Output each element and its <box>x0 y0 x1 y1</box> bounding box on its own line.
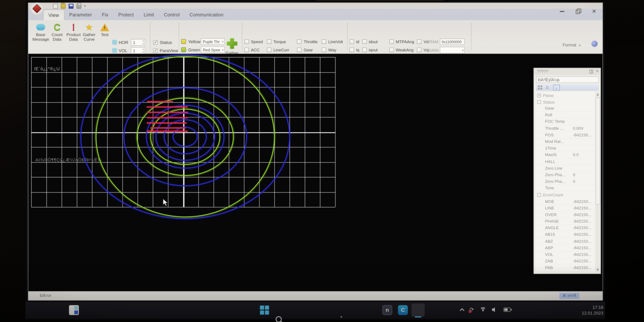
tree-item[interactable]: MOE -842150... <box>536 198 599 205</box>
download-arrow-icon[interactable]: ↓ <box>553 85 560 90</box>
minimize-button[interactable] <box>559 9 564 14</box>
battery-icon[interactable] <box>504 308 510 312</box>
expander-icon[interactable]: - <box>537 100 541 104</box>
product-data-button[interactable]: ! Product Data <box>65 22 82 42</box>
app-logo-icon[interactable] <box>31 2 43 15</box>
checkbox[interactable] <box>322 39 326 44</box>
count-data-button[interactable]: C Count Data <box>49 22 65 42</box>
expand-checkbox-item[interactable]: MTPAAng <box>389 39 414 44</box>
ram-address-input[interactable]: 0x11000000 <box>440 38 464 45</box>
count-checkbox-item[interactable]: Gear <box>297 47 318 52</box>
ribbon-tab[interactable]: Control <box>159 10 185 20</box>
close-button[interactable]: ✕ <box>591 9 597 14</box>
gain-select[interactable] <box>440 47 465 53</box>
gather-button[interactable]: Gather <box>224 38 240 56</box>
count-checkbox-item[interactable]: LineVolt <box>322 39 346 44</box>
tree-item[interactable]: ABP -842150... <box>536 245 599 252</box>
tree-item[interactable]: Mod Rat... <box>536 138 599 145</box>
checkbox[interactable] <box>362 39 366 44</box>
scope-plot[interactable]: IE`ò¿¡°®¿U AI¾©Ò¶¶Çÿ¿Æ¼¼ÓÐÏÞ¹«Ë¾ <box>29 54 530 291</box>
tray-chevron-up-icon[interactable] <box>460 308 464 312</box>
spinner-arrows-icon[interactable]: ▲▼ <box>142 40 144 45</box>
tree-section-errorcount[interactable]: - ErrorCount <box>536 192 599 198</box>
tree-item[interactable]: ZAB -842150... <box>536 258 599 264</box>
tree-item[interactable]: Zero Pha... 0 <box>536 172 599 178</box>
checkbox[interactable] <box>350 47 354 52</box>
expander-icon[interactable]: - <box>537 193 541 197</box>
checkbox[interactable] <box>350 39 354 44</box>
ribbon-tab[interactable]: Parameter <box>64 10 97 20</box>
tree-item[interactable]: Zero Line <box>536 165 599 172</box>
ribbon-tab[interactable]: Communication <box>185 10 228 20</box>
scroll-down-icon[interactable]: ▼ <box>595 268 600 271</box>
scroll-up-icon[interactable]: ▲ <box>595 93 600 96</box>
checkbox[interactable] <box>322 47 326 52</box>
close-icon[interactable]: ✕ <box>596 69 599 73</box>
expand-checkbox-item[interactable]: iqout <box>362 47 386 52</box>
tree-item[interactable]: FOC Temp <box>536 118 599 125</box>
checkbox[interactable] <box>244 47 249 52</box>
tree-item[interactable]: PAB -842150... <box>536 264 599 271</box>
tree-item[interactable]: 1Time <box>536 145 599 152</box>
onenote-icon[interactable]: n <box>382 305 392 315</box>
start-button-icon[interactable] <box>260 305 270 315</box>
green-channel-select[interactable]: Red Spee <box>201 46 225 53</box>
checkbox[interactable] <box>297 47 302 52</box>
format-dropdown[interactable]: Format▼ <box>562 42 581 47</box>
volume-icon[interactable] <box>492 307 498 312</box>
tree-item[interactable]: AB15 -842150... <box>536 232 599 238</box>
count-checkbox-item[interactable]: LineCurr <box>267 47 294 52</box>
tree-item[interactable]: POS -842150... <box>536 132 599 138</box>
restore-button[interactable] <box>576 9 581 14</box>
print-icon[interactable] <box>76 4 81 9</box>
checkbox[interactable] <box>417 39 422 44</box>
gather-curve-button[interactable]: ★ Gather Curve <box>81 22 97 42</box>
expander-icon[interactable]: + <box>537 94 541 97</box>
wifi-icon[interactable] <box>480 307 486 312</box>
count-checkbox-item[interactable]: Throttle <box>297 39 318 44</box>
hor-spinner[interactable]: 1▲▼ <box>131 39 145 46</box>
tree-item[interactable]: PHASE -842150... <box>536 218 599 225</box>
checkbox[interactable] <box>417 47 422 52</box>
tree-item[interactable]: VOL -842150... <box>536 252 599 258</box>
checkbox[interactable] <box>267 47 272 52</box>
expand-checkbox-item[interactable]: idout <box>362 39 386 44</box>
panel-scrollbar[interactable]: ▲ ▼ <box>595 92 600 272</box>
count-checkbox-item[interactable]: Torque <box>267 39 294 44</box>
ribbon-tab[interactable]: Protect <box>113 10 139 20</box>
categorize-icon[interactable] <box>538 86 542 90</box>
status-checkbox-row[interactable]: Status <box>153 40 172 45</box>
count-checkbox-item[interactable]: ACC <box>244 47 263 52</box>
taskbar-clock[interactable]: 17:16 12.01.2023 <box>566 304 604 316</box>
search-icon[interactable] <box>274 315 284 322</box>
expand-checkbox-item[interactable]: iq <box>350 47 359 52</box>
checkbox[interactable] <box>389 47 394 52</box>
base-message-button[interactable]: Base Message <box>32 22 49 42</box>
tree-item[interactable]: Roll <box>536 112 599 118</box>
tree-item[interactable]: Throttle ... 0.00V <box>536 125 599 132</box>
checkbox[interactable] <box>267 39 272 44</box>
count-checkbox-item[interactable]: Speed <box>244 39 263 44</box>
sort-icon[interactable]: 2↓ <box>546 86 550 90</box>
tree-item[interactable]: LINE -842150... <box>536 205 599 212</box>
yellow-channel-select[interactable]: Puple Thr <box>201 38 225 45</box>
tree-item[interactable]: HALL <box>536 158 599 165</box>
ribbon-tab[interactable]: Limit <box>139 10 159 20</box>
checkbox[interactable] <box>153 40 158 44</box>
tree-item[interactable]: MaxIS 0.0 <box>536 152 599 158</box>
checkbox[interactable] <box>153 48 158 53</box>
tree-item[interactable]: ANGLE -842150... <box>536 225 599 232</box>
checkbox[interactable] <box>362 47 366 52</box>
checkbox[interactable] <box>297 39 302 44</box>
sync-notification-icon[interactable]: ⟳ <box>470 307 474 312</box>
tree-section-paras[interactable]: + Paras <box>536 92 599 98</box>
tree-section-status[interactable]: - Status <box>536 98 599 105</box>
tree-item[interactable]: ABZ -842150... <box>536 238 599 245</box>
tree-item[interactable]: Time <box>536 185 599 192</box>
save-icon[interactable] <box>68 4 74 9</box>
parameter-filter-input[interactable]: ÐÂ²ÎÊýÎÄ¼þ <box>536 76 599 83</box>
ribbon-tab[interactable]: View <box>43 10 64 20</box>
panel-header[interactable]: ????? ✕ <box>534 68 600 75</box>
scrollbar-thumb[interactable] <box>596 98 600 204</box>
test-button[interactable]: Test <box>96 22 113 37</box>
